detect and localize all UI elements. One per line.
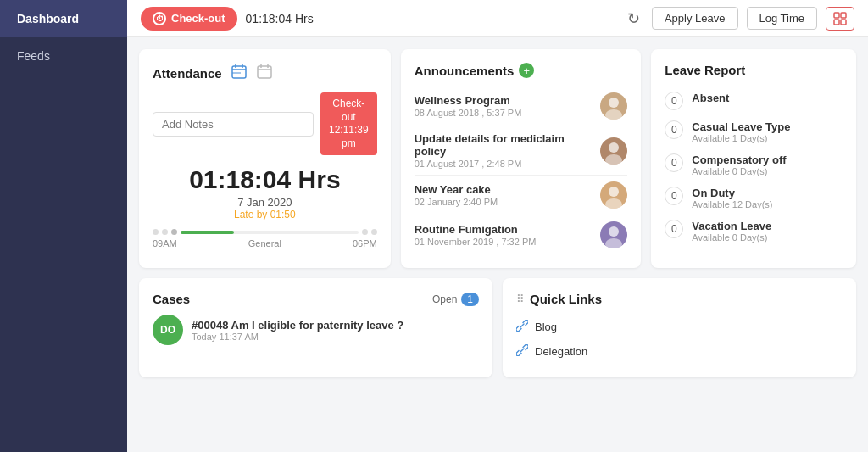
quicklink-item: Blog — [516, 315, 843, 339]
ann-avatar — [600, 137, 627, 165]
svg-point-17 — [609, 187, 619, 197]
leave-avail: Available 12 Day(s) — [692, 199, 843, 209]
cases-list: DO #00048 Am I eligible for paternity le… — [153, 315, 479, 345]
link-icon — [516, 344, 528, 359]
cases-title: Cases — [153, 292, 190, 306]
progress-bar — [181, 231, 359, 234]
leave-info: Casual Leave Type Available 1 Day(s) — [692, 120, 843, 143]
leave-report-card: Leave Report 0 Absent 0 Casual Leave Typ… — [651, 49, 856, 268]
leave-badge: 0 — [665, 220, 683, 238]
leave-item: 0 Vacation Leave Available 0 Day(s) — [665, 215, 843, 248]
svg-point-16 — [605, 154, 622, 165]
leave-item: 0 Compensatory off Available 0 Day(s) — [665, 148, 843, 181]
header: ⏱ Check-out 01:18:04 Hrs ↻ Apply Leave L… — [127, 0, 868, 37]
quicklinks-card: ⠿ Quick Links Blog — [503, 278, 856, 377]
announcements-card: Announcements + Wellness Program 08 Augu… — [401, 49, 642, 268]
quicklinks-list: Blog Delegation — [516, 315, 843, 364]
leave-info: Absent — [692, 92, 843, 104]
date-display: 7 Jan 2020 — [153, 196, 377, 209]
refresh-button[interactable]: ↻ — [624, 6, 643, 31]
leave-type-name: Absent — [692, 92, 843, 104]
ann-text: Routine Fumigation 01 November 2019 , 7:… — [415, 223, 594, 247]
leave-item: 0 On Duty Available 12 Day(s) — [665, 181, 843, 215]
announcement-item: New Year cake 02 January 2:40 PM — [415, 176, 628, 215]
dot-1 — [153, 229, 159, 235]
main-area: ⏱ Check-out 01:18:04 Hrs ↻ Apply Leave L… — [127, 0, 868, 452]
checkout-button[interactable]: ⏱ Check-out — [141, 7, 237, 31]
notes-input[interactable] — [153, 112, 314, 137]
late-display: Late by 01:50 — [153, 209, 377, 220]
svg-point-18 — [605, 198, 622, 209]
ann-date: 02 January 2:40 PM — [415, 197, 594, 207]
announcement-item: Wellness Program 08 August 2018 , 5:37 P… — [415, 86, 628, 126]
svg-point-19 — [609, 226, 619, 237]
ann-date: 01 August 2017 , 2:48 PM — [415, 159, 594, 169]
case-avatar: DO — [153, 315, 183, 345]
leave-type-name: Vacation Leave — [692, 220, 843, 232]
svg-point-14 — [605, 109, 622, 120]
leave-info: Compensatory off Available 0 Day(s) — [692, 153, 843, 176]
dot-2 — [162, 229, 168, 235]
top-row: Attendance — [139, 49, 856, 268]
open-count: 1 — [461, 293, 479, 306]
log-time-button[interactable]: Log Time — [747, 7, 817, 30]
calendar-inactive-icon[interactable] — [256, 63, 273, 84]
bottom-row: Cases Open 1 DO #00048 Am I eligible for… — [139, 278, 856, 377]
apply-leave-button[interactable]: Apply Leave — [652, 7, 738, 30]
general-label: General — [248, 238, 281, 248]
big-time-display: 01:18:04 Hrs — [153, 165, 377, 194]
ann-text: New Year cake 02 January 2:40 PM — [415, 183, 594, 207]
quicklinks-title: Quick Links — [530, 292, 602, 306]
announcement-item: Update details for mediclaim policy 01 A… — [415, 126, 628, 176]
dot-5 — [371, 229, 377, 235]
leave-avail: Available 1 Day(s) — [692, 133, 843, 143]
ann-name: Wellness Program — [415, 94, 594, 107]
clock-icon: ⏱ — [153, 12, 166, 25]
ann-name: New Year cake — [415, 183, 594, 196]
leave-type-name: Casual Leave Type — [692, 120, 843, 133]
ann-avatar — [600, 221, 627, 248]
grid-view-button[interactable] — [826, 7, 854, 31]
svg-line-21 — [520, 324, 524, 327]
svg-point-15 — [609, 142, 619, 153]
sidebar-item-feeds[interactable]: Feeds — [0, 37, 127, 75]
ann-name: Update details for mediclaim policy — [415, 132, 594, 158]
checkout-time-button[interactable]: Check-out 12:11:39 pm — [320, 92, 377, 155]
open-badge: Open 1 — [432, 293, 479, 306]
ann-text: Wellness Program 08 August 2018 , 5:37 P… — [415, 94, 594, 118]
leave-badge: 0 — [665, 120, 683, 139]
ann-text: Update details for mediclaim policy 01 A… — [415, 132, 594, 169]
time-start-label: 09AM — [153, 238, 177, 248]
svg-rect-2 — [834, 20, 839, 25]
quicklink-label[interactable]: Blog — [535, 321, 557, 333]
announcements-list: Wellness Program 08 August 2018 , 5:37 P… — [415, 86, 628, 254]
announcements-title: Announcements — [415, 64, 515, 78]
leave-badge: 0 — [665, 153, 683, 172]
leave-avail: Available 0 Day(s) — [692, 166, 843, 176]
attendance-title: Attendance — [153, 66, 222, 81]
svg-rect-9 — [258, 66, 271, 78]
svg-rect-1 — [841, 13, 846, 18]
grid-dots-icon: ⠿ — [516, 293, 525, 305]
calendar-active-icon[interactable] — [231, 63, 248, 84]
add-announcement-button[interactable]: + — [519, 63, 534, 78]
svg-line-22 — [520, 349, 524, 352]
leave-info: Vacation Leave Available 0 Day(s) — [692, 220, 843, 243]
leave-badge: 0 — [665, 187, 683, 205]
dot-4 — [362, 229, 368, 235]
dot-3 — [171, 229, 177, 235]
case-time: Today 11:37 AM — [192, 332, 479, 342]
svg-rect-4 — [232, 66, 246, 78]
svg-rect-3 — [841, 20, 846, 25]
sidebar-item-dashboard[interactable]: Dashboard — [0, 0, 127, 37]
announcement-item: Routine Fumigation 01 November 2019 , 7:… — [415, 215, 628, 254]
ann-date: 08 August 2018 , 5:37 PM — [415, 108, 594, 118]
leave-item: 0 Casual Leave Type Available 1 Day(s) — [665, 115, 843, 148]
leave-list: 0 Absent 0 Casual Leave Type Available 1… — [665, 86, 843, 248]
leave-item: 0 Absent — [665, 86, 843, 115]
content-area: Attendance — [127, 37, 868, 452]
ann-name: Routine Fumigation — [415, 223, 594, 236]
quicklink-label[interactable]: Delegation — [535, 345, 587, 358]
cases-card: Cases Open 1 DO #00048 Am I eligible for… — [139, 278, 492, 377]
time-end-label: 06PM — [353, 238, 377, 248]
